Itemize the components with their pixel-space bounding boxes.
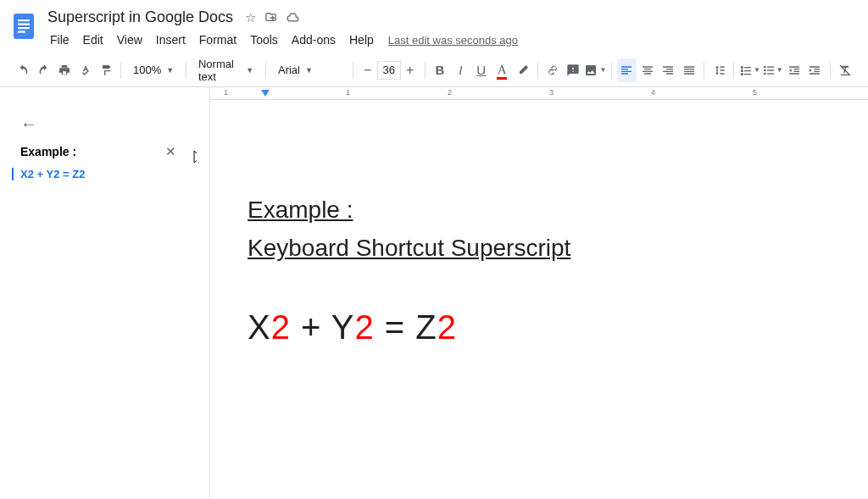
- caret-down-icon: ▼: [246, 66, 253, 75]
- menu-help[interactable]: Help: [343, 30, 380, 50]
- menu-addons[interactable]: Add-ons: [286, 30, 342, 50]
- redo-button[interactable]: [34, 58, 53, 82]
- svg-point-6: [764, 69, 766, 71]
- align-right-button[interactable]: [659, 58, 677, 82]
- font-select[interactable]: Arial▼: [271, 58, 348, 82]
- formula-y: Y: [331, 308, 355, 346]
- star-icon[interactable]: ☆: [245, 10, 256, 25]
- doc-heading-1[interactable]: Example :: [248, 191, 868, 230]
- separator: [186, 62, 186, 79]
- formula-y2: 2: [355, 308, 375, 346]
- font-size-increase[interactable]: +: [401, 61, 420, 80]
- separator: [120, 62, 121, 79]
- text-color-button[interactable]: A: [492, 58, 511, 82]
- svg-rect-10: [767, 73, 774, 74]
- formula-x2: 2: [271, 308, 291, 346]
- insert-image-button[interactable]: ▼: [584, 58, 606, 82]
- underline-button[interactable]: U: [471, 58, 490, 82]
- caret-down-icon: ▼: [776, 66, 783, 74]
- svg-rect-0: [14, 14, 34, 39]
- align-left-button[interactable]: [617, 58, 636, 82]
- increase-indent-button[interactable]: [805, 58, 824, 82]
- vertical-ruler[interactable]: [197, 87, 210, 499]
- close-icon[interactable]: ✕: [165, 144, 176, 159]
- style-value: Normal text: [198, 58, 241, 83]
- docs-logo[interactable]: [8, 10, 39, 41]
- main-area: ← Example : ✕ X2 + Y2 = Z2 1 1 2 3 4 5 E…: [0, 87, 868, 499]
- highlight-button[interactable]: [513, 58, 531, 82]
- title-area: Superscript in Google Docs ☆ File Edit V…: [44, 7, 860, 50]
- menu-bar: File Edit View Insert Format Tools Add-o…: [44, 30, 860, 50]
- formula-z: Z: [415, 308, 437, 346]
- separator: [733, 62, 734, 79]
- undo-button[interactable]: [14, 58, 32, 82]
- svg-rect-4: [18, 31, 25, 33]
- font-size-decrease[interactable]: −: [359, 61, 377, 80]
- outline-item[interactable]: X2 + Y2 = Z2: [12, 168, 183, 180]
- doc-heading-2[interactable]: Keyboard Shortcut Superscript: [248, 230, 868, 268]
- font-size-input[interactable]: 36: [377, 61, 401, 80]
- print-button[interactable]: [55, 58, 74, 82]
- separator: [425, 62, 426, 79]
- menu-format[interactable]: Format: [193, 30, 242, 50]
- paragraph-style-select[interactable]: Normal text▼: [192, 58, 260, 82]
- menu-file[interactable]: File: [44, 30, 75, 50]
- italic-button[interactable]: I: [451, 58, 470, 82]
- formula-z2: 2: [437, 308, 457, 346]
- bold-button[interactable]: B: [431, 58, 449, 82]
- menu-edit[interactable]: Edit: [77, 30, 109, 50]
- caret-down-icon: ▼: [754, 66, 760, 74]
- formula-x: X: [248, 308, 271, 346]
- horizontal-ruler[interactable]: 1 1 2 3 4 5: [210, 87, 868, 100]
- ruler-mark: 4: [651, 88, 655, 97]
- caret-down-icon: ▼: [599, 66, 606, 74]
- outline-panel: ← Example : ✕ X2 + Y2 = Z2: [0, 87, 197, 499]
- svg-rect-3: [18, 27, 30, 29]
- align-center-button[interactable]: [638, 58, 657, 82]
- ruler-mark: 2: [448, 88, 452, 97]
- align-justify-button[interactable]: [679, 58, 698, 82]
- menu-insert[interactable]: Insert: [150, 30, 192, 50]
- line-spacing-button[interactable]: [709, 58, 728, 82]
- decrease-indent-button[interactable]: [785, 58, 804, 82]
- outline-heading[interactable]: Example :: [20, 145, 76, 158]
- separator: [537, 62, 538, 79]
- caret-down-icon: ▼: [166, 66, 174, 75]
- clear-formatting-button[interactable]: [835, 58, 854, 82]
- document-title[interactable]: Superscript in Google Docs: [44, 7, 236, 28]
- bulleted-list-button[interactable]: ▼: [762, 58, 783, 82]
- indent-marker-icon[interactable]: [261, 90, 270, 98]
- caret-down-icon: ▼: [305, 66, 313, 75]
- doc-formula[interactable]: X2 + Y2 = Z2: [248, 308, 868, 347]
- last-edit-link[interactable]: Last edit was seconds ago: [388, 34, 518, 47]
- svg-point-5: [764, 65, 766, 68]
- menu-view[interactable]: View: [111, 30, 148, 50]
- toolbar: 100%▼ Normal text▼ Arial▼ − 36 + B I U A…: [0, 53, 868, 87]
- svg-rect-2: [18, 24, 30, 25]
- outline-back-button[interactable]: ←: [20, 114, 183, 134]
- move-icon[interactable]: [264, 11, 277, 24]
- separator: [704, 62, 704, 79]
- separator: [353, 62, 353, 79]
- ruler-mark: 5: [753, 88, 757, 97]
- separator: [611, 62, 612, 79]
- add-comment-button[interactable]: [564, 58, 582, 82]
- font-size-group: − 36 +: [359, 61, 420, 80]
- spellcheck-button[interactable]: [75, 58, 94, 82]
- cloud-status-icon[interactable]: [286, 11, 300, 24]
- insert-link-button[interactable]: [543, 58, 562, 82]
- separator: [265, 62, 266, 79]
- document-container: 1 1 2 3 4 5 Example : Keyboard Shortcut …: [210, 87, 868, 499]
- text-color-swatch: [497, 77, 507, 80]
- ruler-mark: 1: [224, 88, 228, 97]
- checklist-button[interactable]: ▼: [739, 58, 760, 82]
- ruler-mark: 3: [549, 88, 554, 97]
- paint-format-button[interactable]: [97, 58, 115, 82]
- font-value: Arial: [278, 64, 300, 76]
- svg-point-7: [764, 72, 766, 75]
- svg-rect-8: [767, 66, 774, 67]
- zoom-select[interactable]: 100%▼: [126, 58, 181, 82]
- doc-header: Superscript in Google Docs ☆ File Edit V…: [0, 0, 868, 50]
- menu-tools[interactable]: Tools: [244, 30, 284, 50]
- document-page[interactable]: Example : Keyboard Shortcut Superscript …: [210, 100, 868, 499]
